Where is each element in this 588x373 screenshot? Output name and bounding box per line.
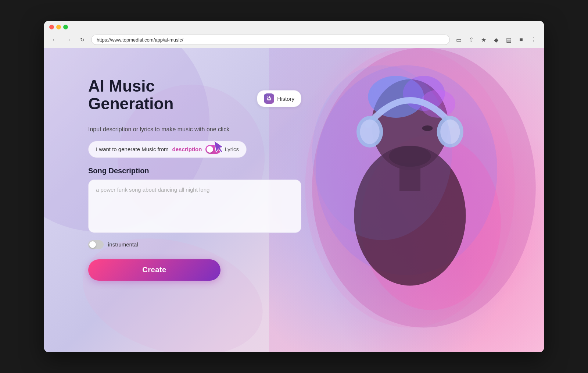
instrumental-label: instrumental: [108, 241, 138, 248]
profile-icon[interactable]: ■: [516, 35, 526, 45]
history-icon: [264, 93, 274, 104]
back-button[interactable]: ←: [49, 35, 60, 45]
person-illustration: [269, 48, 544, 352]
browser-window: ← → ↻ https://www.topmediai.com/app/ai-m…: [44, 21, 544, 352]
share-icon[interactable]: ⇧: [466, 35, 476, 45]
history-button[interactable]: History: [257, 90, 301, 107]
main-content: AI Music Generation History Input descri…: [88, 77, 301, 281]
song-description-input[interactable]: [88, 180, 301, 233]
sidebar-icon[interactable]: ▤: [503, 35, 514, 45]
mode-toggle-row: I want to generate Music from descriptio…: [88, 141, 247, 158]
toggle-slider: [205, 145, 221, 154]
mode-toggle[interactable]: [205, 145, 221, 154]
bookmarks-icon[interactable]: ▭: [453, 35, 464, 45]
extensions-icon[interactable]: ◆: [491, 35, 501, 45]
minimize-button[interactable]: [56, 25, 61, 29]
menu-icon[interactable]: ⋮: [528, 35, 539, 45]
nav-actions: ▭ ⇧ ★ ◆ ▤ ■ ⋮: [453, 35, 539, 45]
traffic-lights: [49, 25, 68, 29]
close-button[interactable]: [49, 25, 54, 29]
star-icon[interactable]: ★: [478, 35, 489, 45]
hero-image: [269, 48, 544, 352]
page-content: AI Music Generation History Input descri…: [44, 48, 544, 352]
toggle-prefix: I want to generate Music from: [96, 146, 169, 152]
page-title: AI Music Generation: [88, 77, 242, 113]
instrumental-slider: [88, 240, 104, 249]
title-row: AI Music Generation History: [88, 77, 301, 120]
refresh-button[interactable]: ↻: [77, 35, 87, 45]
browser-chrome: ← → ↻ https://www.topmediai.com/app/ai-m…: [44, 21, 544, 48]
svg-point-16: [312, 65, 452, 240]
create-button[interactable]: Create: [88, 259, 220, 281]
lyrics-label: Lyrics: [225, 146, 239, 152]
maximize-button[interactable]: [63, 25, 68, 29]
page-subtitle: Input description or lyrics to make musi…: [88, 126, 301, 133]
description-label: description: [172, 146, 202, 152]
title-bar: [49, 25, 539, 29]
forward-button[interactable]: →: [63, 35, 74, 45]
nav-bar: ← → ↻ https://www.topmediai.com/app/ai-m…: [49, 32, 539, 48]
address-bar[interactable]: https://www.topmediai.com/app/ai-music/: [91, 35, 450, 45]
instrumental-toggle[interactable]: [88, 240, 104, 249]
section-label: Song Description: [88, 167, 301, 175]
instrumental-row: instrumental: [88, 240, 301, 249]
history-label: History: [277, 96, 294, 102]
